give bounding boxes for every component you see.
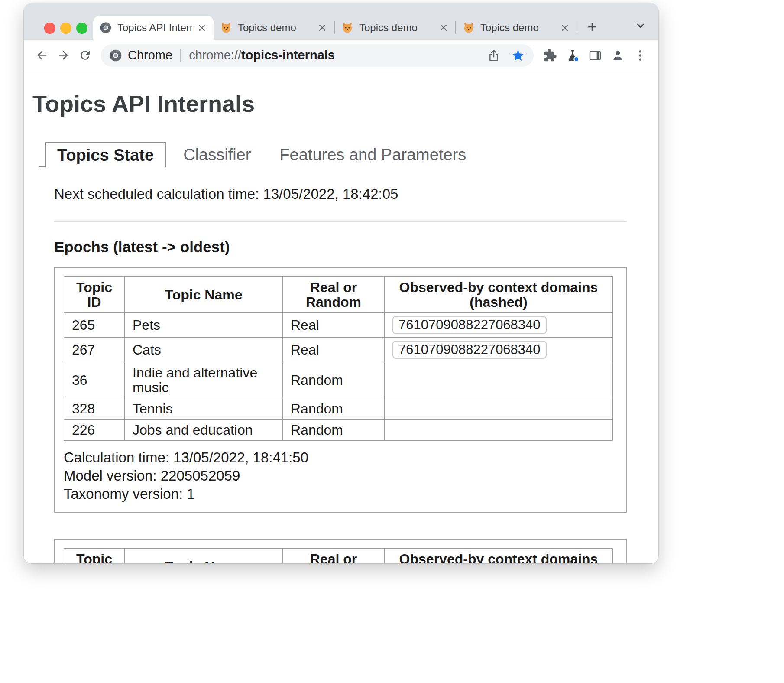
divider [54, 221, 627, 222]
page-title: Topics API Internals [32, 90, 650, 117]
observed-domains-cell [385, 420, 613, 441]
zoom-window-button[interactable] [76, 23, 87, 34]
observed-domains-header: Observed-by context domains (hashed) [385, 549, 613, 564]
reload-button[interactable] [74, 45, 96, 66]
browser-tab-topics-demo-3[interactable]: Topics demo [456, 16, 577, 40]
table-row: 267 Cats Real 7610709088227068340 [64, 338, 613, 362]
table-header-row: Topic ID Topic Name Real or Random Obser… [64, 549, 613, 564]
tab-title: Topics demo [238, 22, 315, 34]
epochs-heading: Epochs (latest -> oldest) [54, 237, 627, 257]
cat-icon [341, 21, 354, 34]
observed-domains-header: Observed-by context domains (hashed) [385, 277, 613, 313]
topic-id-cell: 226 [64, 420, 125, 441]
real-or-random-header: Real or Random [283, 277, 385, 313]
window-controls [44, 23, 87, 34]
table-row: 226 Jobs and education Random [64, 420, 613, 441]
tab-title: Topics API Intern [117, 22, 194, 34]
topic-name-cell: Indie and alternative music [125, 362, 283, 398]
topic-id-cell: 328 [64, 398, 125, 420]
new-tab-button[interactable] [583, 18, 601, 36]
forward-button[interactable] [52, 45, 74, 66]
tab-separator [577, 21, 577, 34]
observed-domains-value[interactable]: 7610709088227068340 [392, 341, 547, 359]
real-or-random-cell: Random [283, 420, 385, 441]
labs-flask-icon[interactable] [561, 45, 584, 66]
browser-tabs: Topics API Intern Topics demo Topics dem… [93, 16, 601, 40]
side-panel-icon[interactable] [584, 45, 606, 66]
chip-divider [180, 49, 181, 62]
tab-strip: Topics API Intern Topics demo Topics dem… [24, 3, 658, 40]
bookmark-star-icon[interactable] [510, 48, 526, 63]
topic-name-cell: Tennis [125, 398, 283, 420]
next-calculation-time: Next scheduled calculation time: 13/05/2… [54, 185, 627, 203]
back-button[interactable] [31, 45, 52, 66]
observed-domains-cell: 7610709088227068340 [385, 313, 613, 338]
tab-features-and-parameters[interactable]: Features and Parameters [268, 142, 477, 167]
observed-domains-value[interactable]: 7610709088227068340 [392, 316, 547, 334]
browser-tab-topics-demo-2[interactable]: Topics demo [335, 16, 455, 40]
tab-topics-state[interactable]: Topics State [45, 142, 166, 167]
address-bar[interactable]: Chrome chrome://topics-internals [101, 44, 534, 67]
table-row: 328 Tennis Random [64, 398, 613, 420]
taxonomy-version: Taxonomy version: 1 [64, 485, 617, 503]
page-content: Topics API Internals Topics State Classi… [24, 71, 658, 563]
topic-id-header: Topic ID [64, 549, 125, 564]
url-host: topics-internals [241, 48, 335, 62]
observed-domains-cell [385, 362, 613, 398]
url-scheme: chrome:// [189, 48, 241, 62]
topic-id-header: Topic ID [64, 277, 125, 313]
topic-name-cell: Cats [125, 338, 283, 362]
model-version: Model version: 2205052059 [64, 467, 617, 485]
profile-avatar-icon[interactable] [606, 45, 629, 66]
calculation-time: Calculation time: 13/05/2022, 18:41:50 [64, 449, 617, 467]
topic-name-cell: Pets [125, 313, 283, 338]
table-row: 265 Pets Real 7610709088227068340 [64, 313, 613, 338]
close-tab-icon[interactable] [196, 22, 207, 33]
url-text: chrome://topics-internals [189, 48, 477, 62]
real-or-random-cell: Real [283, 338, 385, 362]
topic-id-cell: 267 [64, 338, 125, 362]
cat-icon [220, 21, 233, 34]
observed-domains-cell [385, 398, 613, 420]
page-tab-strip: Topics State Classifier Features and Par… [39, 142, 650, 167]
epoch-block: Topic ID Topic Name Real or Random Obser… [54, 539, 627, 563]
menu-kebab-icon[interactable] [629, 45, 651, 66]
epoch-block: Topic ID Topic Name Real or Random Obser… [54, 267, 627, 513]
site-chip-label: Chrome [128, 48, 172, 62]
share-icon[interactable] [486, 48, 502, 63]
epoch-table: Topic ID Topic Name Real or Random Obser… [64, 276, 613, 441]
tab-title: Topics demo [480, 22, 557, 34]
chrome-logo-icon [109, 49, 123, 62]
browser-tab-topics-internals[interactable]: Topics API Intern [93, 16, 214, 40]
tab-classifier[interactable]: Classifier [172, 142, 262, 167]
extensions-puzzle-icon[interactable] [539, 45, 561, 66]
browser-tab-topics-demo-1[interactable]: Topics demo [214, 16, 334, 40]
table-header-row: Topic ID Topic Name Real or Random Obser… [64, 277, 613, 313]
close-tab-icon[interactable] [559, 22, 570, 33]
real-or-random-header: Real or Random [283, 549, 385, 564]
topic-name-header: Topic Name [125, 277, 283, 313]
topic-name-header: Topic Name [125, 549, 283, 564]
close-tab-icon[interactable] [438, 22, 449, 33]
minimize-window-button[interactable] [60, 23, 71, 34]
real-or-random-cell: Random [283, 398, 385, 420]
close-window-button[interactable] [44, 23, 55, 34]
browser-window: Topics API Intern Topics demo Topics dem… [24, 3, 658, 563]
table-row: 36 Indie and alternative music Random [64, 362, 613, 398]
cat-icon [462, 21, 475, 34]
observed-domains-cell: 7610709088227068340 [385, 338, 613, 362]
topic-name-cell: Jobs and education [125, 420, 283, 441]
tab-title: Topics demo [359, 22, 436, 34]
tab-search-chevron-icon[interactable] [633, 18, 648, 33]
topic-id-cell: 265 [64, 313, 125, 338]
real-or-random-cell: Random [283, 362, 385, 398]
browser-toolbar: Chrome chrome://topics-internals [24, 40, 658, 71]
topic-id-cell: 36 [64, 362, 125, 398]
close-tab-icon[interactable] [317, 22, 328, 33]
topics-state-panel: Next scheduled calculation time: 13/05/2… [54, 185, 627, 563]
real-or-random-cell: Real [283, 313, 385, 338]
chrome-page-icon [99, 21, 112, 34]
epoch-table: Topic ID Topic Name Real or Random Obser… [64, 548, 613, 563]
